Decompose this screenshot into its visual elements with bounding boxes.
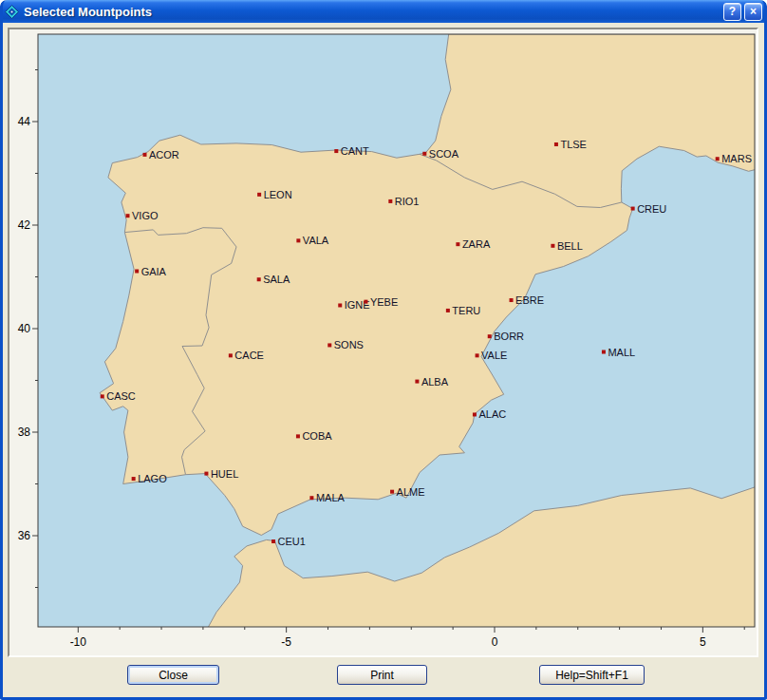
station-marker-CACE xyxy=(229,353,233,357)
station-label-LAGO: LAGO xyxy=(138,473,167,484)
station-marker-BORR xyxy=(488,334,492,338)
station-label-MARS: MARS xyxy=(721,153,752,164)
station-marker-VALE xyxy=(476,353,479,357)
station-label-VALA: VALA xyxy=(303,235,329,246)
station-marker-MARS xyxy=(716,157,720,161)
station-marker-BELL xyxy=(551,244,554,248)
station-label-ALAC: ALAC xyxy=(478,408,506,420)
station-marker-LEON xyxy=(257,193,261,197)
app-icon xyxy=(5,5,19,19)
station-label-ALME: ALME xyxy=(397,486,425,498)
station-marker-IGNE xyxy=(338,303,342,307)
station-marker-ALME xyxy=(390,490,394,494)
station-label-LEON: LEON xyxy=(264,189,292,200)
mountpoints-map: -10-5054442403836ACORCANTSCOATLSEMARSLEO… xyxy=(9,29,757,655)
station-marker-ALAC xyxy=(473,412,477,416)
y-axis-label-44: 44 xyxy=(18,115,31,128)
station-marker-VIGO xyxy=(126,214,130,218)
station-label-BELL: BELL xyxy=(557,240,583,252)
titlebar[interactable]: Selected Mountpoints ? × xyxy=(0,0,767,23)
x-axis-label-5: 5 xyxy=(700,635,706,649)
station-marker-RIO1 xyxy=(388,199,392,203)
y-axis-label-36: 36 xyxy=(18,529,31,542)
station-label-CANT: CANT xyxy=(341,145,369,157)
station-label-ZARA: ZARA xyxy=(462,238,491,250)
station-label-CREU: CREU xyxy=(637,203,666,215)
station-marker-VALA xyxy=(296,238,300,242)
x-axis-label--10: -10 xyxy=(70,635,87,649)
y-axis-label-38: 38 xyxy=(18,426,31,439)
station-label-CEU1: CEU1 xyxy=(278,536,306,547)
station-label-TLSE: TLSE xyxy=(560,139,587,150)
station-marker-CASC xyxy=(101,394,104,398)
station-label-YEBE: YEBE xyxy=(370,296,398,308)
close-button[interactable]: Close xyxy=(127,665,219,685)
close-titlebar-button[interactable]: × xyxy=(744,3,762,21)
station-marker-TLSE xyxy=(554,142,558,146)
station-marker-SALA xyxy=(257,277,261,281)
station-marker-CANT xyxy=(334,149,338,153)
help-titlebar-button[interactable]: ? xyxy=(723,3,741,21)
station-marker-CREU xyxy=(631,207,635,211)
station-label-MALA: MALA xyxy=(316,492,346,503)
station-marker-COBA xyxy=(296,434,300,438)
station-marker-ALBA xyxy=(415,380,419,384)
x-axis-label-0: 0 xyxy=(492,635,498,649)
station-marker-LAGO xyxy=(132,477,136,481)
station-label-VIGO: VIGO xyxy=(132,210,159,221)
station-label-COBA: COBA xyxy=(302,430,332,442)
station-marker-ACOR xyxy=(142,153,146,157)
map-panel: -10-5054442403836ACORCANTSCOATLSEMARSLEO… xyxy=(8,28,758,657)
station-label-MALL: MALL xyxy=(608,347,635,358)
print-button[interactable]: Print xyxy=(337,665,427,685)
station-marker-HUEL xyxy=(204,472,208,476)
station-marker-TERU xyxy=(446,309,450,312)
station-marker-ZARA xyxy=(456,242,459,246)
station-label-ALBA: ALBA xyxy=(421,376,449,388)
station-label-HUEL: HUEL xyxy=(211,468,238,480)
station-marker-EBRE xyxy=(510,298,514,302)
station-label-VALE: VALE xyxy=(481,350,507,361)
station-label-EBRE: EBRE xyxy=(515,294,544,306)
y-axis-label-42: 42 xyxy=(18,218,31,232)
window-title: Selected Mountpoints xyxy=(24,5,720,19)
station-marker-YEBE xyxy=(364,300,367,304)
station-label-BORR: BORR xyxy=(494,331,524,342)
station-marker-MALL xyxy=(602,350,606,354)
station-label-GAIA: GAIA xyxy=(141,266,167,277)
y-axis-label-40: 40 xyxy=(18,322,31,335)
x-axis-label--5: -5 xyxy=(281,635,291,649)
station-label-SCOA: SCOA xyxy=(429,148,459,160)
station-marker-SCOA xyxy=(422,152,426,156)
station-marker-MALA xyxy=(309,496,313,500)
selected-mountpoints-window: Selected Mountpoints ? × -10-50544424038… xyxy=(0,0,767,700)
station-label-CACE: CACE xyxy=(234,350,264,361)
station-label-SONS: SONS xyxy=(334,339,364,350)
station-label-TERU: TERU xyxy=(452,305,480,316)
station-label-CASC: CASC xyxy=(106,390,136,402)
station-marker-SONS xyxy=(327,343,331,347)
station-marker-GAIA xyxy=(135,270,139,274)
station-label-ACOR: ACOR xyxy=(149,149,179,161)
station-label-SALA: SALA xyxy=(263,274,290,285)
station-label-RIO1: RIO1 xyxy=(395,196,420,207)
station-marker-CEU1 xyxy=(271,539,275,543)
help-button[interactable]: Help=Shift+F1 xyxy=(539,665,645,685)
